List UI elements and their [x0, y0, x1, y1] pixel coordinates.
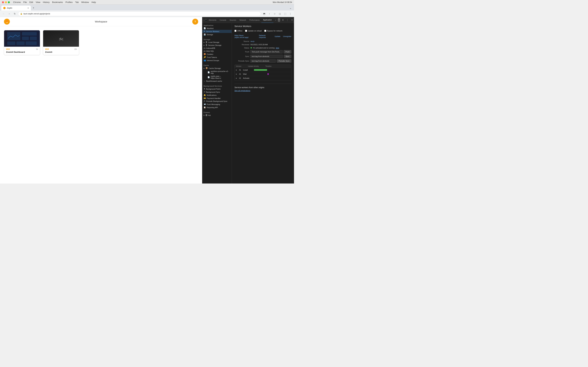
- sw-options-row: Offline Update on reload Bypass for netw…: [234, 30, 291, 32]
- sidebar-item-local-storage[interactable]: ▶ 🗄 Local Storage: [202, 41, 232, 44]
- cycle-bar-area: [254, 77, 290, 79]
- menu-window[interactable]: Window: [81, 1, 89, 3]
- tab-console[interactable]: Console: [218, 17, 228, 23]
- menu-icon[interactable]: ⋮: [288, 11, 293, 16]
- sidebar-item-session-storage[interactable]: ▶ 🗄 Session Storage: [202, 44, 232, 47]
- bypass-for-network-checkbox[interactable]: [264, 30, 266, 32]
- update-on-reload-checkbox[interactable]: [245, 30, 247, 32]
- tree-arrow-icon[interactable]: ▶: [204, 42, 205, 43]
- tree-arrow-icon[interactable]: ▶: [204, 67, 205, 69]
- menu-bookmarks[interactable]: Bookmarks: [52, 1, 63, 3]
- user-avatar[interactable]: T: [192, 19, 198, 25]
- svg-rect-4: [7, 42, 15, 45]
- address-text[interactable]: tauri-zeplin.vercel.app/projects: [24, 13, 50, 15]
- devtools-settings-icon[interactable]: ⚙: [281, 18, 285, 22]
- menu-edit[interactable]: Edit: [29, 1, 33, 3]
- sidebar-item-indexeddb[interactable]: 🗃 IndexedDB: [202, 47, 232, 50]
- project-card[interactable]: 🏍 WEB 19h Zoomit: [43, 30, 79, 55]
- sidebar-item-notifications[interactable]: 🔔 Notifications: [202, 93, 232, 97]
- extensions-icon[interactable]: ⬚: [283, 11, 287, 16]
- sidebar-item-cache-storage[interactable]: ▶ 📦 Cache Storage: [202, 67, 232, 70]
- tree-arrow-icon[interactable]: ▶: [204, 114, 205, 116]
- expand-arrow-icon[interactable]: ▶: [236, 77, 237, 79]
- periodic-sync-input[interactable]: [250, 59, 276, 63]
- push-input[interactable]: [250, 50, 283, 53]
- offline-option[interactable]: Offline: [234, 30, 242, 32]
- sw-origin-url[interactable]: https://tauri-zeplin.vercel.app/: [234, 34, 256, 38]
- tab-network[interactable]: Network: [238, 17, 248, 23]
- menu-file[interactable]: File: [23, 1, 27, 3]
- project-name[interactable]: Zoomit Dashboard: [6, 51, 38, 53]
- share-icon[interactable]: ↑: [267, 11, 272, 16]
- sidebar-item-back-forward-cache[interactable]: ↔ Back/forward cache: [202, 80, 232, 83]
- project-name[interactable]: Zoomit: [45, 51, 77, 53]
- browser-tab-active[interactable]: Zeplin ✕: [1, 6, 31, 10]
- devtools-more-icon[interactable]: ⋮: [285, 18, 289, 22]
- periodic-sync-button[interactable]: Periodic Sync: [277, 59, 291, 63]
- unregister-link[interactable]: Unregister: [283, 35, 291, 37]
- tree-arrow-icon[interactable]: ▶: [204, 44, 205, 46]
- maximize-button[interactable]: [8, 1, 10, 3]
- devtools-close-icon[interactable]: ✕: [290, 18, 294, 22]
- sidebar-item-web-sql[interactable]: 🗃 Web SQL: [202, 50, 232, 53]
- cast-icon[interactable]: ⬒: [262, 11, 267, 16]
- sidebar-item-push-messaging[interactable]: 📨 Push Messaging: [202, 103, 232, 106]
- project-card[interactable]: WEB 5d Zoomit Dashboard: [4, 30, 40, 55]
- menu-tab[interactable]: Tab: [75, 1, 78, 3]
- new-tab-button[interactable]: +: [31, 6, 36, 10]
- sidebar-item-frame-top[interactable]: ▶ 🖼 top: [202, 114, 232, 117]
- menu-help[interactable]: Help: [92, 1, 96, 3]
- sidebar-item-storage[interactable]: 💾 Storage: [202, 33, 232, 36]
- profile-icon[interactable]: ◻: [277, 11, 282, 16]
- address-bar[interactable]: 🔒 tauri-zeplin.vercel.app/projects: [18, 11, 261, 16]
- expand-arrow-icon[interactable]: ▶: [236, 69, 237, 71]
- update-on-reload-option[interactable]: Update on reload: [245, 30, 262, 32]
- sw-url-row: https://tauri-zeplin.vercel.app/ Network…: [234, 34, 291, 38]
- sidebar-item-periodic-background-sync[interactable]: ⏱ Periodic Background Sync: [202, 100, 232, 103]
- tab-application[interactable]: Application: [261, 17, 274, 23]
- source-value[interactable]: sw.js: [251, 40, 254, 42]
- devtools-inspect-icon[interactable]: ⬚: [203, 18, 205, 22]
- sidebar-item-background-sync[interactable]: ↺ Background Sync: [202, 91, 232, 93]
- sidebar-item-service-workers[interactable]: ⚙ Service Workers: [202, 30, 232, 33]
- devtools-device-icon[interactable]: 📱: [205, 18, 207, 22]
- menu-profiles[interactable]: Profiles: [65, 1, 72, 3]
- bookmark-icon[interactable]: ☆: [272, 11, 277, 16]
- tab-elements[interactable]: Elements: [207, 17, 218, 23]
- see-all-registrations-link[interactable]: See all registrations: [234, 90, 250, 92]
- push-button[interactable]: Push: [284, 50, 291, 53]
- expand-arrow-icon[interactable]: ▶: [236, 73, 237, 75]
- project-type: WEB: [45, 48, 49, 50]
- tab-more[interactable]: »: [274, 17, 278, 23]
- sync-button[interactable]: Sync: [284, 55, 291, 58]
- sync-input[interactable]: [250, 55, 283, 58]
- back-button[interactable]: ←: [1, 11, 6, 16]
- menu-chrome[interactable]: Chrome: [13, 1, 21, 3]
- tab-search-button[interactable]: ⌄: [288, 6, 293, 10]
- sidebar-item-background-fetch[interactable]: ⬇ Background Fetch: [202, 87, 232, 91]
- sidebar-item-payment-handler[interactable]: 💳 Payment Handler: [202, 97, 232, 100]
- forward-button[interactable]: →: [7, 11, 11, 16]
- network-requests-link[interactable]: Network requests: [259, 34, 272, 38]
- tab-performance[interactable]: Performance: [248, 17, 261, 23]
- sidebar-item-reporting-api[interactable]: 📋 Reporting API: [202, 106, 232, 109]
- web-sql-icon: 🗃: [204, 50, 205, 52]
- tab-close-button[interactable]: ✕: [27, 7, 29, 9]
- sidebar-item-interest-groups[interactable]: 👥 Interest Groups: [202, 59, 232, 62]
- minimize-button[interactable]: [5, 1, 7, 3]
- bypass-for-network-option[interactable]: Bypass for network: [264, 30, 283, 32]
- sidebar-item-cache-zeplin-pwa[interactable]: 📄 zeplin-pwa – https://tauri-z: [202, 75, 232, 80]
- close-button[interactable]: [2, 1, 4, 3]
- tab-sources[interactable]: Sources: [228, 17, 238, 23]
- reload-button[interactable]: ↻: [12, 11, 17, 16]
- sidebar-item-cache-workbox[interactable]: 📄 workbox-precache-v2-http: [202, 70, 232, 75]
- stop-link[interactable]: stop: [276, 47, 279, 49]
- mac-window-controls[interactable]: [2, 1, 10, 3]
- sidebar-item-trust-tokens[interactable]: 🔑 Trust Tokens: [202, 56, 232, 59]
- sidebar-item-manifest[interactable]: 📄 Manifest: [202, 27, 232, 30]
- update-link[interactable]: Update: [275, 35, 280, 37]
- sidebar-item-cookies[interactable]: 🍪 Cookies: [202, 53, 232, 56]
- offline-checkbox[interactable]: [234, 30, 236, 32]
- menu-history[interactable]: History: [43, 1, 50, 3]
- menu-view[interactable]: View: [36, 1, 40, 3]
